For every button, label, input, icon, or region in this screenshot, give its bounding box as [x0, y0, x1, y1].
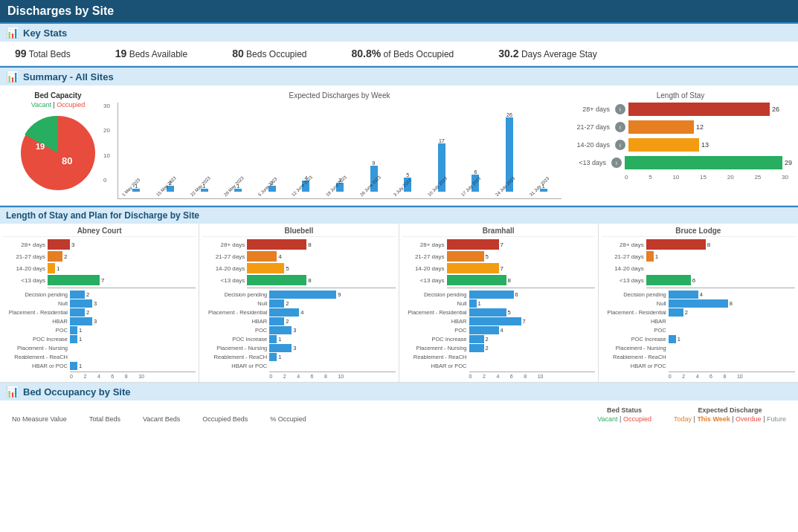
summary-header: 📊 Summary - All Sites: [0, 66, 798, 85]
info-icon-3[interactable]: i: [611, 158, 622, 168]
site-bluebell: Bluebell 28+ days 8 21-27 days 4 14-20 d…: [199, 224, 399, 382]
summary-icon: 📊: [6, 71, 19, 82]
plan-section-header: Length of Stay and Plan for Discharge by…: [0, 206, 798, 224]
bed-occ-footer-row: No Measure Value Total Beds Vacant Beds …: [0, 400, 798, 426]
bed-occ-icon: 📊: [6, 386, 19, 398]
avg-stay-stat: 30.2 Days Average Stay: [498, 48, 596, 59]
bar-9: 17 10 July 2023: [425, 138, 458, 198]
bar-8: 5 3 July 2023: [391, 172, 425, 198]
bed-status-group: Bed Status Vacant | Occupied: [597, 406, 651, 423]
col-pct-occupied: % Occupied: [270, 415, 306, 423]
bar-10: 6 17 July 2023: [459, 169, 492, 198]
beds-occupied-stat: 80 Beds Occupied: [232, 48, 306, 59]
this-week-label: This Week: [697, 415, 730, 423]
site-0-los-bars: 28+ days 3 21-27 days 2 14-20 days 1 <13…: [3, 239, 196, 285]
col-occupied-beds: Occupied Beds: [202, 415, 248, 423]
site-3-plan-bars: Decision pending 4 Null 8 Placement - Re…: [602, 291, 795, 370]
beds-available-stat: 19 Beds Available: [115, 48, 187, 59]
los-row-3: <13 days i 29: [569, 156, 792, 169]
total-beds-stat: 99 Total Beds: [15, 48, 71, 59]
vacant-status: Vacant: [597, 415, 617, 423]
bed-occupancy-header: 📊 Bed Occupancy by Site: [0, 383, 798, 400]
site-bramhall: Bramhall 28+ days 7 21-27 days 5 14-20 d…: [399, 224, 599, 382]
bar-0: 1 1 May 2023: [120, 184, 153, 198]
bar-1: 2 15 May 2023: [154, 181, 187, 198]
site-1-los-bars: 28+ days 8 21-27 days 4 14-20 days 5 <13…: [202, 239, 395, 285]
bar-chart-container: Expected Discharges by Week 30 20 10 0 1…: [118, 91, 562, 199]
bar-11: 26 24 July 2023: [493, 112, 527, 198]
bar-6: 3 19 June 2023: [324, 178, 357, 198]
bar-chart-svg: 30 20 10 0 1 1 May 2023 2 15 May 2023 1 …: [118, 103, 562, 199]
los-chart-title: Length of Stay: [569, 91, 792, 100]
site-name-3: Bruce Lodge: [602, 227, 795, 237]
bar-7: 9 26 June 2023: [357, 160, 390, 198]
pie-chart-container: Bed Capacity Vacant | Occupied 19 80: [6, 91, 110, 199]
bar-4: 2 5 June 2023: [255, 181, 289, 198]
pie-legend: Vacant | Occupied: [6, 101, 110, 108]
bar-3: 1 29 May 2023: [222, 184, 255, 198]
site-0-plan-bars: Decision pending 2 Null 3 Placement - Re…: [3, 291, 196, 370]
site-name-2: Bramhall: [402, 227, 595, 237]
site-2-plan-bars: Decision pending 6 Null 1 Placement - Re…: [402, 291, 595, 370]
los-container: Length of Stay 28+ days i 26 21-27 days …: [569, 91, 792, 199]
bar-5: 4 12 June 2023: [289, 175, 323, 198]
info-icon-2[interactable]: i: [615, 140, 625, 150]
svg-text:80: 80: [62, 155, 72, 166]
site-3-los-bars: 28+ days 8 21-27 days 1 14-20 days <13 d…: [602, 239, 795, 285]
page-title: Discharges by Site: [0, 0, 798, 22]
svg-text:19: 19: [36, 142, 45, 151]
key-stats-label: Key Stats: [23, 27, 67, 39]
occupied-status: Occupied: [623, 415, 651, 423]
los-row-0: 28+ days i 26: [569, 103, 792, 116]
los-row-1: 21-27 days i 12: [569, 120, 792, 134]
pie-chart-svg: 19 80: [13, 108, 103, 198]
los-bars: 28+ days i 26 21-27 days i 12: [569, 103, 792, 181]
overdue-label: Overdue: [736, 415, 762, 423]
key-stats-row: 99 Total Beds 19 Beds Available 80 Beds …: [0, 42, 798, 66]
site-1-plan-bars: Decision pending 9 Null 2 Placement - Re…: [202, 291, 395, 370]
col-total-beds: Total Beds: [89, 415, 120, 423]
summary-content: Bed Capacity Vacant | Occupied 19 80 Exp…: [0, 85, 798, 206]
sites-grid: Abney Court 28+ days 3 21-27 days 2 14-2…: [0, 224, 798, 383]
bar-2: 1 22 May 2023: [187, 184, 221, 198]
future-label: Future: [767, 415, 786, 423]
today-label: Today: [674, 415, 692, 423]
chart-icon: 📊: [6, 27, 19, 39]
site-bruce-lodge: Bruce Lodge 28+ days 8 21-27 days 1 14-2…: [599, 224, 798, 382]
occupied-legend: Occupied: [57, 101, 85, 108]
site-name-1: Bluebell: [202, 227, 395, 237]
vacant-legend: Vacant: [31, 101, 51, 108]
site-name-0: Abney Court: [3, 227, 196, 237]
col-no-measure: No Measure Value: [12, 415, 67, 423]
pie-title: Bed Capacity: [6, 91, 110, 100]
title-text: Discharges by Site: [7, 4, 114, 17]
col-vacant-beds: Vacant Beds: [143, 415, 180, 423]
pct-occupied-stat: 80.8% of Beds Occupied: [352, 48, 454, 59]
bar-chart-title: Expected Discharges by Week: [118, 91, 562, 100]
site-2-los-bars: 28+ days 7 21-27 days 5 14-20 days 7 <13…: [402, 239, 595, 285]
summary-label: Summary - All Sites: [23, 71, 114, 82]
bed-occ-label: Bed Occupancy by Site: [23, 386, 131, 398]
info-icon-0[interactable]: i: [615, 104, 625, 114]
bar-12: 1 31 July 2023: [527, 184, 560, 198]
key-stats-header: 📊 Key Stats: [0, 22, 798, 42]
site-abney-court: Abney Court 28+ days 3 21-27 days 2 14-2…: [0, 224, 199, 382]
info-icon-1[interactable]: i: [615, 122, 625, 132]
los-row-2: 14-20 days i 13: [569, 138, 792, 152]
expected-discharge-group: Expected Discharge Today | This Week | O…: [674, 406, 786, 423]
plan-section-title: Length of Stay and Plan for Discharge by…: [6, 210, 199, 221]
